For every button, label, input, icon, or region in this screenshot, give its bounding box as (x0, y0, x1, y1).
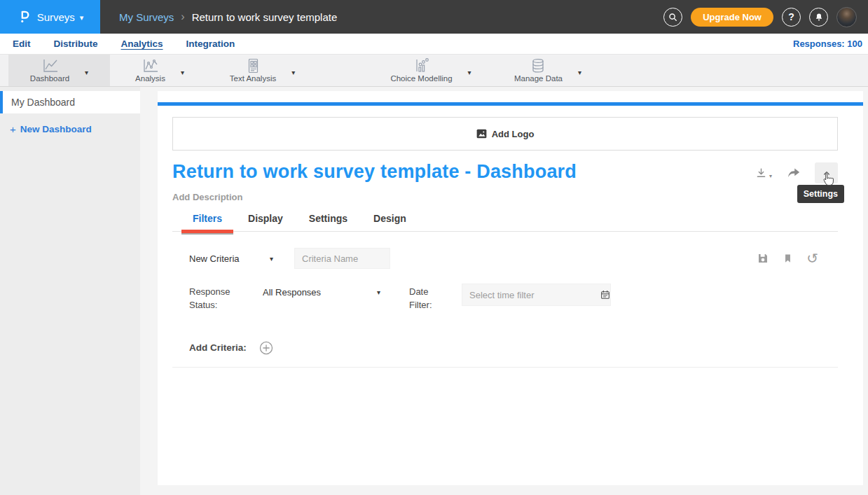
date-filter-input[interactable] (462, 284, 600, 305)
analytics-toolbar: Dashboard ▾ Analysis ▾ (0, 54, 868, 87)
product-switcher[interactable]: Surveys ▾ (0, 0, 100, 34)
dashboard-accent-rule (158, 102, 863, 106)
toolbar-item-label: Analysis (135, 74, 165, 83)
add-criteria-label: Add Criteria: (189, 342, 247, 353)
text-analysis-icon (244, 58, 262, 74)
chevron-down-icon: ▾ (769, 173, 772, 179)
toolbar-item-dashboard[interactable]: Dashboard ▾ (8, 55, 110, 86)
nav-item-edit[interactable]: Edit (13, 39, 31, 49)
breadcrumb-current: Return to work survey template (192, 11, 338, 23)
tab-design[interactable]: Design (373, 213, 406, 231)
sidebar-item-my-dashboard[interactable]: My Dashboard (0, 91, 140, 113)
add-logo-dropzone[interactable]: Add Logo (172, 117, 838, 151)
toolbar-item-label: Manage Data (514, 74, 563, 83)
top-bar: Surveys ▾ My Surveys › Return to work su… (0, 0, 868, 34)
upgrade-now-button[interactable]: Upgrade Now (691, 8, 773, 27)
date-filter-field[interactable] (462, 284, 611, 306)
new-dashboard-link[interactable]: + New Dashboard (0, 123, 140, 135)
topbar-actions: Upgrade Now ? (663, 7, 868, 27)
filters-form: New Criteria ▾ (189, 248, 838, 356)
image-icon (476, 129, 487, 139)
tab-filters[interactable]: Filters (193, 213, 222, 231)
response-status-value: All Responses (263, 287, 321, 298)
chevron-down-icon[interactable]: ▾ (85, 69, 88, 76)
tab-display[interactable]: Display (248, 213, 283, 231)
questionpro-logo-icon (17, 8, 32, 25)
criteria-type-dropdown[interactable]: New Criteria ▾ (189, 253, 273, 264)
bookmark-button[interactable] (783, 252, 793, 265)
search-icon (668, 12, 678, 22)
add-criteria-button[interactable] (259, 340, 274, 356)
active-tab-underline (181, 230, 233, 233)
toolbar-item-label: Choice Modelling (390, 74, 452, 83)
download-icon (755, 167, 768, 180)
bookmark-icon (783, 252, 793, 265)
search-button[interactable] (663, 8, 682, 27)
choice-modelling-icon (412, 58, 430, 74)
breadcrumb-separator-icon: › (181, 11, 184, 23)
calendar-icon[interactable] (600, 289, 611, 300)
database-icon (529, 58, 547, 74)
chevron-down-icon[interactable]: ▾ (291, 69, 295, 76)
chevron-down-icon[interactable]: ▾ (181, 69, 184, 76)
save-icon (757, 252, 769, 265)
new-dashboard-label: New Dashboard (20, 124, 92, 134)
add-logo-label: Add Logo (492, 129, 535, 139)
share-button[interactable] (786, 167, 801, 180)
dashboard-chart-icon (41, 58, 59, 74)
help-button[interactable]: ? (782, 8, 801, 27)
download-button[interactable]: ▾ (755, 167, 772, 180)
nav-item-analytics[interactable]: Analytics (121, 39, 163, 49)
reset-button[interactable]: ↺ (806, 252, 818, 265)
hand-cursor-icon (820, 172, 834, 190)
add-description-link[interactable]: Add Description (172, 192, 838, 202)
responses-count: Responses: 100 (793, 39, 862, 49)
criteria-type-value: New Criteria (189, 253, 240, 264)
share-icon (786, 167, 801, 180)
avatar[interactable] (836, 7, 857, 27)
toolbar-item-label: Text Analysis (230, 74, 276, 83)
response-status-label: Response Status: (189, 286, 242, 312)
toolbar-item-analysis[interactable]: Analysis ▾ (118, 55, 202, 86)
criteria-actions: ↺ (757, 252, 818, 265)
question-mark-icon: ? (788, 11, 794, 22)
section-divider (172, 367, 838, 368)
bell-icon (814, 12, 824, 22)
toolbar-item-text-analysis[interactable]: Text Analysis ▾ (219, 55, 306, 86)
chevron-down-icon: ▾ (80, 13, 84, 22)
survey-nav: Edit Distribute Analytics Integration Re… (0, 34, 868, 54)
sidebar-item-label: My Dashboard (11, 97, 75, 108)
chevron-down-icon: ▾ (377, 288, 380, 296)
notifications-button[interactable] (809, 8, 828, 27)
dashboard-card: Add Logo Return to work survey template … (158, 91, 863, 485)
toolbar-item-choice-modelling[interactable]: Choice Modelling ▾ (382, 55, 480, 86)
nav-item-integration[interactable]: Integration (186, 39, 235, 49)
save-button[interactable] (757, 252, 769, 265)
page-title[interactable]: Return to work survey template - Dashboa… (172, 161, 577, 183)
chevron-down-icon: ▾ (270, 255, 273, 263)
product-name: Surveys (37, 11, 75, 23)
date-filter-label: Date Filter: (409, 286, 446, 312)
analysis-chart-icon (141, 58, 159, 74)
nav-item-distribute[interactable]: Distribute (54, 39, 98, 49)
plus-circle-icon (259, 340, 274, 356)
reset-icon: ↺ (806, 251, 818, 266)
toolbar-item-manage-data[interactable]: Manage Data ▾ (502, 55, 593, 86)
toolbar-item-label: Dashboard (30, 74, 69, 83)
dashboard-main: Add Logo Return to work survey template … (140, 87, 868, 495)
breadcrumb: My Surveys › Return to work survey templ… (119, 11, 337, 23)
settings-tabs: Filters Display Settings Design (172, 213, 838, 232)
plus-icon: + (10, 123, 16, 135)
app-window: Surveys ▾ My Surveys › Return to work su… (0, 0, 868, 495)
response-status-dropdown[interactable]: All Responses ▾ (263, 287, 380, 298)
criteria-name-input[interactable] (294, 248, 390, 269)
breadcrumb-my-surveys[interactable]: My Surveys (119, 11, 174, 23)
chevron-down-icon[interactable]: ▾ (468, 69, 471, 76)
dashboard-sidebar: My Dashboard + New Dashboard (0, 87, 140, 495)
tab-settings[interactable]: Settings (309, 213, 347, 231)
chevron-down-icon[interactable]: ▾ (578, 69, 581, 76)
